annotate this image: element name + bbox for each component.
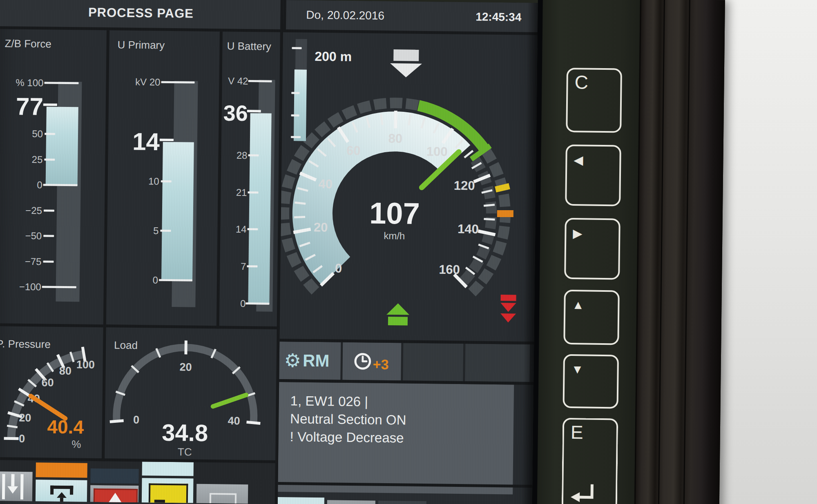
zb-force-bar-panel: Z/B Force% 10050250−25−50−75−10077 <box>0 29 107 324</box>
softkey-header-navy <box>90 468 138 484</box>
speed-unit: km/h <box>345 230 443 242</box>
u_primary-value: 14 <box>108 127 160 155</box>
panel-pressure-value: 40.4 <box>18 415 84 438</box>
partial-tile[interactable] <box>378 501 426 504</box>
gear-icon: ⚙ <box>284 351 301 370</box>
status-cell-time-offset: +3 <box>342 342 401 381</box>
svg-text:20: 20 <box>314 220 328 234</box>
keypad-bezel: C ◀ ▶ ▲ ▼ E <box>537 0 640 504</box>
svg-text:100: 100 <box>76 358 95 371</box>
device-side-frame <box>634 0 725 504</box>
pantograph-up-icon[interactable] <box>36 480 87 502</box>
u_battery-value: 36 <box>221 100 248 126</box>
neutral-section-down-arrow-icon <box>393 49 419 61</box>
message-panel: 1, EW1 026 | Neutral Section ON ! Voltag… <box>278 382 514 495</box>
speed-value: 107 <box>345 195 444 231</box>
zb_force-fill <box>46 107 78 185</box>
u_primary-fill <box>161 142 194 280</box>
u_battery-label: U Battery <box>227 40 271 53</box>
distance-bar-fill <box>294 69 307 141</box>
key-e-label: E <box>571 421 583 443</box>
arrow-left-icon: ◀ <box>574 153 583 167</box>
key-c-label: C <box>574 71 588 93</box>
svg-text:20: 20 <box>179 361 192 373</box>
panel-load-label: Load <box>114 339 138 352</box>
arrow-down-icon: ▼ <box>571 362 583 376</box>
svg-text:0: 0 <box>335 261 342 275</box>
header-date: Do, 20.02.2016 <box>306 0 384 31</box>
key-enter[interactable]: E <box>561 418 618 504</box>
outline-square-icon[interactable] <box>196 484 248 504</box>
pressure-gauge-panel: 020406080100P. Pressure40.4% <box>0 326 103 458</box>
u_primary-label: U Primary <box>117 38 165 51</box>
status-row: ⚙ RM +3 <box>279 342 532 382</box>
svg-text:60: 60 <box>346 143 361 158</box>
key-arrow-right[interactable]: ▶ <box>564 218 621 280</box>
distance-label: 200 m <box>315 49 352 64</box>
yellow-square-icon[interactable] <box>142 478 194 503</box>
svg-text:40: 40 <box>318 177 333 191</box>
key-arrow-down[interactable]: ▼ <box>563 354 619 409</box>
u-primary-bar-panel: U PrimarykV 20105014 <box>106 30 220 326</box>
pantograph-down-icon[interactable] <box>0 471 33 501</box>
clock-icon <box>353 352 373 371</box>
message-line: ! Voltage Decrease <box>290 428 513 448</box>
svg-text:160: 160 <box>439 262 460 277</box>
panel-pressure-label: P. Pressure <box>0 337 51 351</box>
red-down-marker-tri2 <box>500 313 516 322</box>
green-up-arrow-icon <box>386 303 409 315</box>
header-time: 12:45:34 <box>475 2 522 32</box>
rm-mode-label: RM <box>303 351 330 371</box>
enter-icon <box>569 483 596 504</box>
svg-text:80: 80 <box>388 131 403 145</box>
speedometer-panel: 020406080100120140160 200 m 107 km/h <box>279 32 535 342</box>
status-cell-empty-1 <box>403 343 463 381</box>
header-title-cell: PROCESS PAGE <box>0 0 283 29</box>
svg-text:40: 40 <box>228 415 240 427</box>
red-up-arrow-icon[interactable] <box>90 485 138 502</box>
partial-tile[interactable] <box>278 497 324 504</box>
softkey-header-cyan <box>142 462 194 476</box>
partial-tile[interactable] <box>327 500 375 504</box>
zb_force-label: Z/B Force <box>4 37 51 50</box>
key-c[interactable]: C <box>566 68 622 133</box>
arrow-right-icon: ▶ <box>573 226 582 240</box>
screen: PROCESS PAGE Do, 20.02.2016 12:45:34 Z/B… <box>0 0 538 504</box>
neutral-section-down-arrow-tip <box>390 63 422 78</box>
u-battery-bar-panel: U BatteryV 422821147036 <box>219 31 280 326</box>
zb_force-value: 77 <box>0 92 43 120</box>
green-up-arrow-bar <box>388 317 408 326</box>
svg-text:120: 120 <box>454 178 475 193</box>
speedometer-gauge: 020406080100120140160 <box>279 32 535 342</box>
key-arrow-left[interactable]: ◀ <box>565 144 621 206</box>
svg-text:60: 60 <box>41 376 54 389</box>
red-down-marker-bar <box>500 295 516 301</box>
time-offset-label: +3 <box>373 356 388 372</box>
status-cell-empty-2 <box>465 344 530 382</box>
page-title: PROCESS PAGE <box>88 5 194 21</box>
u_battery-fill <box>248 113 271 304</box>
softkey-header-orange <box>36 462 87 477</box>
svg-text:80: 80 <box>59 365 71 377</box>
message-line: Neutral Section ON <box>290 410 513 430</box>
panel-load-value: 34.8 <box>144 418 226 446</box>
svg-text:140: 140 <box>458 222 479 236</box>
load-gauge-panel: 02040Load34.8TC <box>105 327 277 460</box>
svg-text:0: 0 <box>133 413 139 426</box>
svg-text:100: 100 <box>426 144 448 159</box>
status-cell-rm: ⚙ RM <box>279 342 341 380</box>
softkey-row <box>0 460 275 504</box>
message-line: 1, EW1 026 | <box>290 392 513 412</box>
key-arrow-up[interactable]: ▲ <box>563 290 620 345</box>
red-down-marker-tri1 <box>500 303 516 312</box>
cab-display-device: PROCESS PAGE Do, 20.02.2016 12:45:34 Z/B… <box>0 0 725 504</box>
arrow-up-icon: ▲ <box>572 298 584 312</box>
